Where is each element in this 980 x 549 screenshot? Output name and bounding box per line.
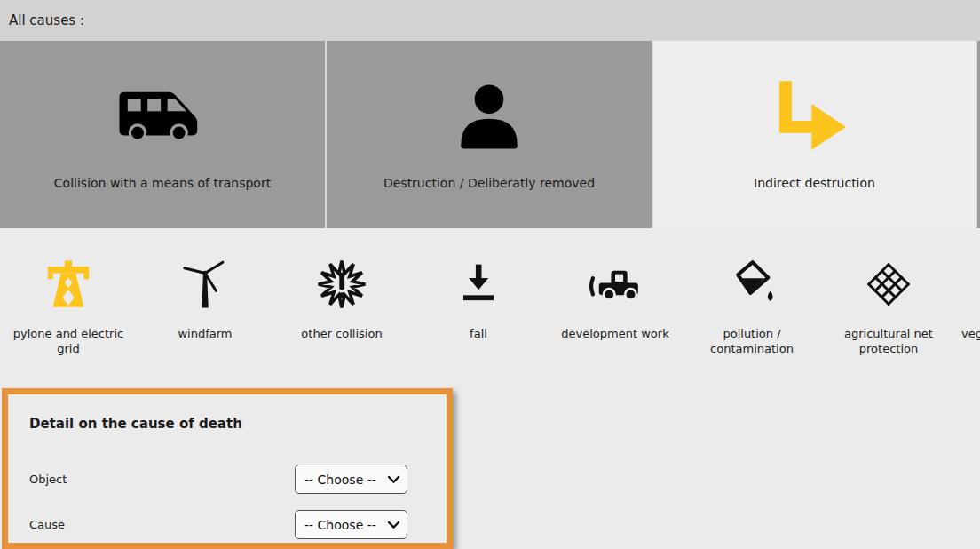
pouring-liquid-icon: [726, 259, 778, 310]
subcause-fall[interactable]: fall: [410, 228, 547, 341]
collision-burst-icon: [314, 259, 369, 310]
tile-label: Collision with a means of transport: [54, 176, 271, 190]
subcause-windfarm[interactable]: windfarm: [137, 228, 273, 341]
object-label: Object: [29, 473, 295, 486]
subcause-other-collision[interactable]: other collision: [273, 228, 410, 341]
subcause-label: fall: [470, 326, 487, 341]
page-title: All causes :: [9, 12, 84, 28]
cause-select-wrap: -- Choose --: [295, 510, 407, 539]
cause-tile-row: Collision with a means of transport Dest…: [0, 41, 980, 228]
subcause-label: other collision: [301, 326, 382, 341]
cause-select[interactable]: -- Choose --: [295, 510, 407, 539]
bus-icon: [113, 80, 212, 151]
subcause-label: agricultural net protection: [822, 326, 955, 356]
subcause-cutoff-item[interactable]: veg: [957, 228, 980, 341]
subcause-pylone-electric-grid[interactable]: pylone and electric grid: [0, 228, 137, 356]
electric-pylon-icon: [43, 259, 94, 310]
cause-label: Cause: [29, 518, 295, 531]
subcause-label: windfarm: [178, 326, 232, 341]
person-icon: [447, 80, 532, 151]
subcause-development-work[interactable]: development work: [547, 228, 684, 341]
fall-arrow-icon: [454, 259, 502, 310]
object-select-wrap: -- Choose --: [295, 465, 407, 494]
tile-label: Destruction / Deliberatly removed: [383, 176, 595, 190]
object-select[interactable]: -- Choose --: [295, 465, 407, 494]
tile-label: Indirect destruction: [754, 176, 875, 190]
tile-destruction-removed[interactable]: Destruction / Deliberatly removed: [327, 41, 652, 228]
net-mesh-icon: [863, 259, 914, 310]
subcause-label: development work: [561, 326, 668, 341]
turn-right-arrow-icon: [774, 80, 856, 151]
subcause-pollution-contamination[interactable]: pollution / contamination: [684, 228, 820, 356]
object-field-row: Object -- Choose --: [29, 465, 447, 494]
subcause-agricultural-net[interactable]: agricultural net protection: [820, 228, 957, 356]
subcause-label: pollution / contamination: [685, 326, 818, 356]
detail-panel: Detail on the cause of death Object -- C…: [2, 388, 453, 549]
header-bar: All causes :: [0, 0, 980, 41]
subcause-row: pylone and electric grid windfarm: [0, 228, 980, 388]
wind-turbine-icon: [179, 259, 231, 310]
tractor-icon: [581, 259, 649, 310]
tile-collision-transport[interactable]: Collision with a means of transport: [0, 41, 325, 228]
subcause-label: veg: [957, 326, 980, 341]
detail-panel-title: Detail on the cause of death: [29, 416, 447, 432]
cause-field-row: Cause -- Choose --: [29, 510, 447, 539]
tile-indirect-destruction[interactable]: Indirect destruction: [653, 41, 976, 228]
subcause-label: pylone and electric grid: [2, 326, 135, 356]
